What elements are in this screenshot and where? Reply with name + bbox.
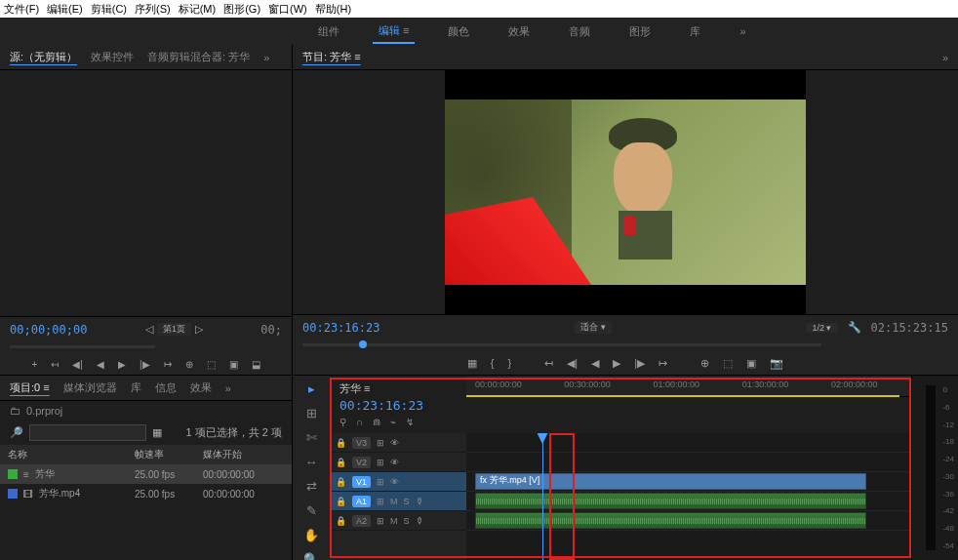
source-scrub-bar[interactable] xyxy=(0,341,292,353)
prog-in-icon[interactable]: { xyxy=(491,357,495,369)
tab-effect-controls[interactable]: 效果控件 xyxy=(91,50,134,64)
wrench-icon[interactable]: ↯ xyxy=(406,417,414,427)
menu-edit[interactable]: 编辑(E) xyxy=(47,2,83,17)
lock-icon[interactable]: 🔒 xyxy=(336,516,346,526)
prog-camera-icon[interactable]: 📷 xyxy=(770,357,783,370)
tab-project[interactable]: 项目:0 ≡ xyxy=(10,380,50,395)
table-row[interactable]: 🎞芳华.mp4 25.00 fps 00:00:00:00 xyxy=(0,484,292,503)
source-step-back-icon[interactable]: ◀| xyxy=(72,359,83,370)
track-v2[interactable] xyxy=(466,453,911,472)
track-header-v1[interactable]: 🔒V1⊞👁 xyxy=(330,472,466,492)
tool-ripple[interactable]: ✄ xyxy=(306,430,317,445)
tool-razor[interactable]: ↔ xyxy=(305,455,318,469)
tab-info[interactable]: 信息 xyxy=(155,380,177,395)
prog-step-back-icon[interactable]: ◀| xyxy=(567,357,578,370)
page-prev-icon[interactable]: ◁ xyxy=(145,323,153,336)
menu-sequence[interactable]: 序列(S) xyxy=(135,2,171,17)
tool-slip[interactable]: ⇄ xyxy=(306,479,317,494)
track-header-a2[interactable]: 🔒A2⊞MS🎙 xyxy=(330,511,466,531)
tab-effects-panel[interactable]: 效果 xyxy=(190,380,212,395)
program-scrub-bar[interactable] xyxy=(293,340,958,351)
program-tabs-overflow-icon[interactable]: » xyxy=(942,52,948,63)
tool-pen[interactable]: ✎ xyxy=(306,503,317,518)
tab-libraries[interactable]: 库 xyxy=(131,380,141,395)
tab-program[interactable]: 节目: 芳华 ≡ xyxy=(302,50,361,64)
project-tabs-overflow-icon[interactable]: » xyxy=(225,382,231,394)
tool-selection[interactable]: ▸ xyxy=(308,381,315,396)
prog-extract-icon[interactable]: ⬚ xyxy=(723,357,733,370)
timeline-timecode[interactable]: 00:23:16:23 xyxy=(339,398,457,413)
prog-play-back-icon[interactable]: ◀ xyxy=(591,357,599,370)
workspace-tab-library[interactable]: 库 xyxy=(684,20,706,43)
toggle-output-icon[interactable]: ⊞ xyxy=(377,438,384,448)
source-export-frame-icon[interactable]: ▣ xyxy=(229,359,238,370)
solo-icon[interactable]: S xyxy=(404,516,410,526)
track-header-v2[interactable]: 🔒V2⊞👁 xyxy=(330,453,466,472)
source-add-marker-icon[interactable]: + xyxy=(31,359,37,370)
col-name[interactable]: 名称 xyxy=(8,448,135,461)
track-header-a1[interactable]: 🔒A1⊞MS🎙 xyxy=(330,492,466,511)
lock-icon[interactable]: 🔒 xyxy=(336,458,346,467)
source-mark-in-icon[interactable]: ↤ xyxy=(51,359,59,370)
prog-goto-out-icon[interactable]: ↦ xyxy=(659,357,667,370)
mute-icon[interactable]: M xyxy=(390,516,398,526)
source-play-icon[interactable]: ▶ xyxy=(118,359,126,370)
lock-icon[interactable]: 🔒 xyxy=(336,497,346,506)
tool-track-select[interactable]: ⊞ xyxy=(306,406,317,420)
program-resolution-dropdown[interactable]: 1/2 ▾ xyxy=(806,323,837,333)
track-a2[interactable] xyxy=(466,511,911,531)
source-page-dropdown[interactable]: 第1页 xyxy=(157,323,191,336)
col-framerate[interactable]: 帧速率 xyxy=(135,448,203,461)
snap-icon[interactable]: ⚲ xyxy=(339,417,346,427)
close-icon[interactable]: ≡ xyxy=(364,382,370,394)
voiceover-icon[interactable]: 🎙 xyxy=(416,516,424,526)
tool-zoom[interactable]: 🔍 xyxy=(303,552,319,560)
track-a1[interactable] xyxy=(466,492,911,511)
prog-step-fwd-icon[interactable]: |▶ xyxy=(634,357,645,370)
tab-media-browser[interactable]: 媒体浏览器 xyxy=(63,380,117,395)
source-insert-icon[interactable]: ⊕ xyxy=(185,359,193,370)
prog-lift-icon[interactable]: ⊕ xyxy=(700,357,709,370)
eye-icon[interactable]: 👁 xyxy=(390,458,399,467)
audio-clip[interactable] xyxy=(475,512,866,529)
source-tabs-overflow-icon[interactable]: » xyxy=(263,52,269,63)
source-settings-icon[interactable]: ⬓ xyxy=(252,359,260,370)
prog-export-frame-icon[interactable]: ▣ xyxy=(746,357,756,370)
eye-icon[interactable]: 👁 xyxy=(390,477,399,487)
source-mark-out-icon[interactable]: ↦ xyxy=(164,359,172,370)
eye-icon[interactable]: 👁 xyxy=(390,438,399,448)
menu-clip[interactable]: 剪辑(C) xyxy=(91,2,127,17)
menu-window[interactable]: 窗口(W) xyxy=(268,2,307,17)
timeline-tracks-area[interactable]: fx 芳华.mp4 [V] xyxy=(466,433,911,560)
tool-hand[interactable]: ✋ xyxy=(303,528,319,542)
menu-marker[interactable]: 标记(M) xyxy=(179,2,217,17)
prog-play-icon[interactable]: ▶ xyxy=(613,357,620,370)
menu-help[interactable]: 帮助(H) xyxy=(315,2,351,17)
program-video-area[interactable] xyxy=(293,70,958,314)
toggle-output-icon[interactable]: ⊞ xyxy=(377,458,384,467)
workspace-tab-assembly[interactable]: 组件 xyxy=(312,20,345,43)
audio-clip[interactable] xyxy=(475,493,866,509)
program-fit-dropdown[interactable]: 适合 ▾ xyxy=(575,321,612,334)
linked-selection-icon[interactable]: ∩ xyxy=(356,417,363,427)
track-header-v3[interactable]: 🔒V3⊞👁 xyxy=(330,433,466,453)
workspace-tab-audio[interactable]: 音频 xyxy=(563,20,596,43)
playhead[interactable] xyxy=(542,433,543,560)
workspace-tab-editing[interactable]: 编辑 ≡ xyxy=(373,20,415,44)
track-v1[interactable]: fx 芳华.mp4 [V] xyxy=(466,472,911,492)
wrench-icon[interactable]: 🔧 xyxy=(848,321,861,334)
source-step-fwd-icon[interactable]: |▶ xyxy=(140,359,150,370)
source-timecode-left[interactable]: 00;00;00;00 xyxy=(10,323,87,337)
timeline-sequence-tab[interactable]: 芳华 ≡ xyxy=(339,381,457,396)
lock-icon[interactable]: 🔒 xyxy=(336,477,346,487)
table-row[interactable]: ≡芳华 25.00 fps 00:00:00:00 xyxy=(0,464,292,484)
prog-goto-in-icon[interactable]: ↤ xyxy=(544,357,553,370)
tab-source[interactable]: 源:（无剪辑） xyxy=(10,50,77,64)
page-next-icon[interactable]: ▷ xyxy=(195,323,203,336)
project-search-input[interactable] xyxy=(29,424,146,441)
work-area-bar[interactable] xyxy=(466,395,899,397)
timeline-ruler[interactable]: 00:00:00:00 00:30:00:00 01:00:00:00 01:3… xyxy=(466,376,911,397)
menu-graphics[interactable]: 图形(G) xyxy=(223,2,260,17)
prog-out-icon[interactable]: } xyxy=(508,357,512,369)
toggle-output-icon[interactable]: ⊞ xyxy=(377,477,384,487)
